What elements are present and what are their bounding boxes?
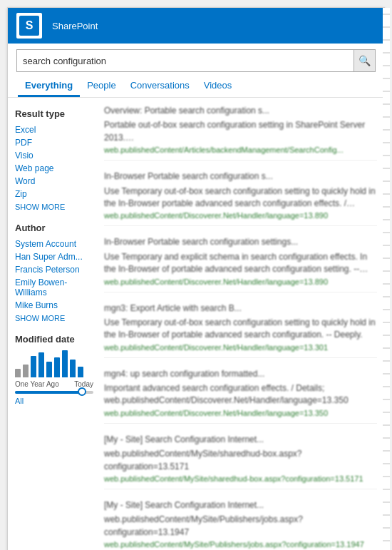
date-all-link[interactable]: All bbox=[15, 397, 93, 405]
search-button[interactable]: 🔍 bbox=[354, 50, 375, 71]
filter-webpage[interactable]: Web page bbox=[15, 162, 93, 175]
header: S SharePoint bbox=[8, 8, 384, 44]
result-url-0: web.publishedContent/Articles/backendMan… bbox=[104, 146, 377, 154]
result-item-1: In-Browser Portable search configuration… bbox=[104, 170, 377, 226]
tab-conversations[interactable]: Conversations bbox=[123, 76, 197, 97]
result-url-4: web.publishedContent/Discoverer.Net/Hand… bbox=[104, 409, 377, 417]
result-url-3: web.publishedContent/Discoverer.Net/Hand… bbox=[104, 343, 377, 352]
tab-people[interactable]: People bbox=[80, 76, 123, 97]
search-row: 🔍 bbox=[16, 49, 376, 72]
filter-word[interactable]: Word bbox=[15, 175, 93, 188]
date-histogram bbox=[15, 349, 93, 377]
result-item-3: mgn3: Export Article with search B... Us… bbox=[104, 302, 377, 358]
hist-bar-2 bbox=[23, 365, 29, 377]
hist-bar-7 bbox=[62, 350, 68, 377]
result-item-2: In-Browser Portable search configuration… bbox=[104, 236, 377, 292]
tab-videos[interactable]: Videos bbox=[197, 76, 239, 97]
result-title-2[interactable]: In-Browser Portable search configuration… bbox=[104, 236, 377, 248]
sp-icon-inner: S bbox=[19, 16, 39, 36]
main-content: Result type Excel PDF Visio Web page Wor… bbox=[8, 98, 384, 550]
header-title: SharePoint bbox=[52, 21, 98, 31]
filter-system-account[interactable]: System Account bbox=[15, 238, 93, 250]
result-url-1: web.publishedContent/Discoverer.Net/Hand… bbox=[104, 211, 377, 220]
result-snippet-2: Use Temporary and explicit schema in sea… bbox=[104, 251, 377, 276]
result-url-6: web.publishedContent/MySite/Publishers/j… bbox=[104, 540, 377, 549]
sharepoint-logo: S SharePoint bbox=[16, 13, 98, 39]
page-container: S SharePoint 🔍 Everything People Convers… bbox=[7, 7, 385, 550]
result-title-1[interactable]: In-Browser Portable search configuration… bbox=[104, 170, 377, 183]
hist-bar-4 bbox=[38, 352, 44, 377]
result-snippet-5: web.publishedContent/MySite/sharedhud-bo… bbox=[104, 448, 377, 473]
hist-bar-1 bbox=[15, 369, 21, 377]
result-snippet-0: Portable out-of-box search configuration… bbox=[104, 119, 377, 144]
result-title-4[interactable]: mgn4: up search configuration formatted.… bbox=[104, 368, 377, 380]
filter-excel[interactable]: Excel bbox=[15, 123, 93, 136]
result-snippet-4: Important advanced search configuration … bbox=[104, 382, 377, 407]
search-input[interactable] bbox=[17, 50, 354, 71]
search-input-wrapper: 🔍 bbox=[16, 49, 376, 72]
modified-date-section: Modified date One Year Ago Today bbox=[15, 334, 93, 405]
show-more-result-type[interactable]: SHOW MORE bbox=[15, 203, 93, 211]
filter-author-1[interactable]: Han Super Adm... bbox=[15, 250, 93, 263]
result-snippet-6: web.publishedContent/MySite/Publishers/j… bbox=[104, 514, 377, 539]
result-type-title: Result type bbox=[15, 108, 93, 119]
author-title: Author bbox=[15, 223, 93, 233]
date-from-label: One Year Ago bbox=[15, 380, 59, 388]
result-title-3[interactable]: mgn3: Export Article with search B... bbox=[104, 302, 377, 315]
tab-everything[interactable]: Everything bbox=[18, 76, 80, 97]
show-more-authors[interactable]: SHOW MORE bbox=[15, 314, 93, 322]
hist-bar-8 bbox=[70, 360, 76, 377]
hist-bar-9 bbox=[78, 367, 83, 377]
result-title-0[interactable]: Overview: Portable search configuration … bbox=[104, 105, 377, 117]
date-to-label: Today bbox=[74, 380, 93, 388]
filter-author-2[interactable]: Francis Peterson bbox=[15, 263, 93, 276]
sidebar: Result type Excel PDF Visio Web page Wor… bbox=[8, 105, 100, 550]
date-slider-fill bbox=[15, 391, 82, 394]
sp-icon: S bbox=[16, 13, 42, 39]
results-area: Overview: Portable search configuration … bbox=[100, 105, 384, 550]
hist-bar-6 bbox=[54, 357, 60, 377]
hist-bar-5 bbox=[46, 362, 52, 377]
filter-visio[interactable]: Visio bbox=[15, 149, 93, 162]
result-title-5[interactable]: [My - Site] Search Configuration Interne… bbox=[104, 434, 377, 446]
tabs-row: Everything People Conversations Videos bbox=[16, 76, 376, 97]
filter-pdf[interactable]: PDF bbox=[15, 136, 93, 149]
filter-zip[interactable]: Zip bbox=[15, 188, 93, 200]
result-item-4: mgn4: up search configuration formatted.… bbox=[104, 368, 377, 424]
result-type-section: Result type Excel PDF Visio Web page Wor… bbox=[15, 108, 93, 211]
hist-bar-3 bbox=[31, 356, 36, 377]
result-url-2: web.publishedContent/Discoverer.Net/Hand… bbox=[104, 277, 377, 286]
search-bar-area: 🔍 Everything People Conversations Videos bbox=[8, 44, 384, 98]
result-item-5: [My - Site] Search Configuration Interne… bbox=[104, 434, 377, 489]
modified-date-title: Modified date bbox=[15, 334, 93, 345]
result-snippet-3: Use Temporary out-of-box search configur… bbox=[104, 317, 377, 342]
result-title-6[interactable]: [My - Site] Search Configuration Interne… bbox=[104, 499, 377, 511]
filter-author-3[interactable]: Emily Bowen-Williams bbox=[15, 276, 93, 299]
result-url-5: web.publishedContent/MySite/sharedhud-bo… bbox=[104, 474, 377, 483]
result-item-0: Overview: Portable search configuration … bbox=[104, 105, 377, 161]
date-slider-handle[interactable] bbox=[78, 387, 86, 396]
date-slider-track[interactable] bbox=[15, 391, 93, 394]
result-snippet-1: Use Temporary out-of-box search configur… bbox=[104, 185, 377, 210]
author-section: Author System Account Han Super Adm... F… bbox=[15, 223, 93, 322]
filter-author-4[interactable]: Mike Burns bbox=[15, 299, 93, 312]
search-icon: 🔍 bbox=[359, 55, 371, 66]
result-item-6: [My - Site] Search Configuration Interne… bbox=[104, 499, 377, 550]
